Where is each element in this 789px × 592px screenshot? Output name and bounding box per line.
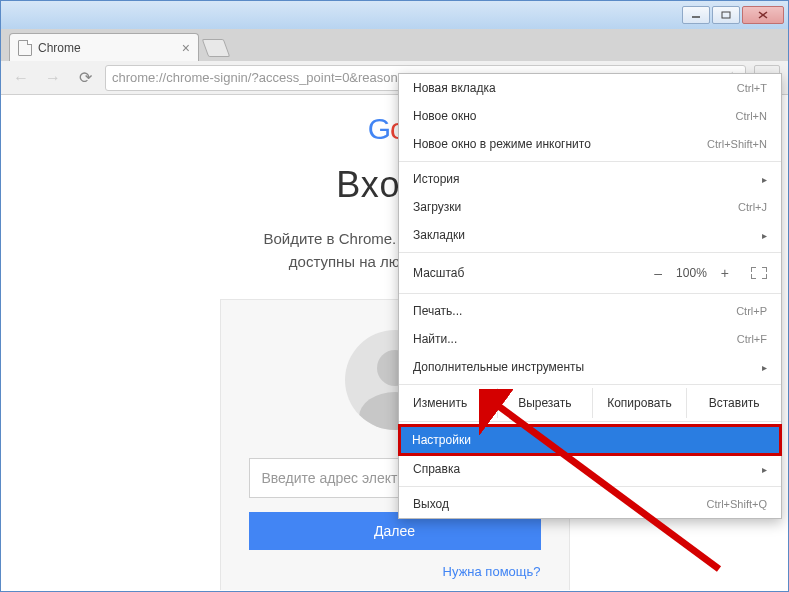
minimize-button[interactable]	[682, 6, 710, 24]
menu-more-tools[interactable]: Дополнительные инструменты▸	[399, 353, 781, 381]
tab-strip: Chrome ×	[1, 29, 788, 61]
menu-print[interactable]: Печать...Ctrl+P	[399, 297, 781, 325]
menu-copy[interactable]: Копировать	[592, 388, 687, 418]
menu-edit-row: Изменить Вырезать Копировать Вставить	[399, 388, 781, 418]
help-link[interactable]: Нужна помощь?	[249, 564, 541, 579]
chrome-menu: Новая вкладкаCtrl+T Новое окноCtrl+N Нов…	[398, 73, 782, 519]
window-titlebar	[1, 1, 788, 29]
menu-new-window[interactable]: Новое окноCtrl+N	[399, 102, 781, 130]
menu-new-tab[interactable]: Новая вкладкаCtrl+T	[399, 74, 781, 102]
forward-button[interactable]: →	[41, 66, 65, 90]
close-window-button[interactable]	[742, 6, 784, 24]
menu-find[interactable]: Найти...Ctrl+F	[399, 325, 781, 353]
menu-exit[interactable]: ВыходCtrl+Shift+Q	[399, 490, 781, 518]
reload-button[interactable]: ⟳	[73, 66, 97, 90]
svg-rect-1	[722, 12, 730, 18]
menu-help[interactable]: Справка▸	[399, 455, 781, 483]
url-text: chrome://chrome-signin/?access_point=0&r…	[112, 70, 413, 85]
menu-downloads[interactable]: ЗагрузкиCtrl+J	[399, 193, 781, 221]
new-tab-button[interactable]	[202, 39, 231, 57]
browser-tab[interactable]: Chrome ×	[9, 33, 199, 61]
zoom-value: 100%	[676, 266, 707, 280]
menu-incognito[interactable]: Новое окно в режиме инкогнитоCtrl+Shift+…	[399, 130, 781, 158]
menu-cut[interactable]: Вырезать	[497, 388, 592, 418]
zoom-in-button[interactable]: +	[721, 265, 729, 281]
menu-paste[interactable]: Вставить	[686, 388, 781, 418]
page-icon	[18, 40, 32, 56]
menu-history[interactable]: История▸	[399, 165, 781, 193]
menu-edit-label: Изменить	[399, 388, 497, 418]
close-tab-icon[interactable]: ×	[182, 40, 190, 56]
zoom-out-button[interactable]: –	[654, 265, 662, 281]
tab-title: Chrome	[38, 41, 81, 55]
maximize-button[interactable]	[712, 6, 740, 24]
menu-zoom: Масштаб – 100% +	[399, 256, 781, 290]
menu-settings[interactable]: Настройки	[398, 424, 782, 456]
fullscreen-icon[interactable]	[751, 267, 767, 279]
menu-bookmarks[interactable]: Закладки▸	[399, 221, 781, 249]
back-button[interactable]: ←	[9, 66, 33, 90]
